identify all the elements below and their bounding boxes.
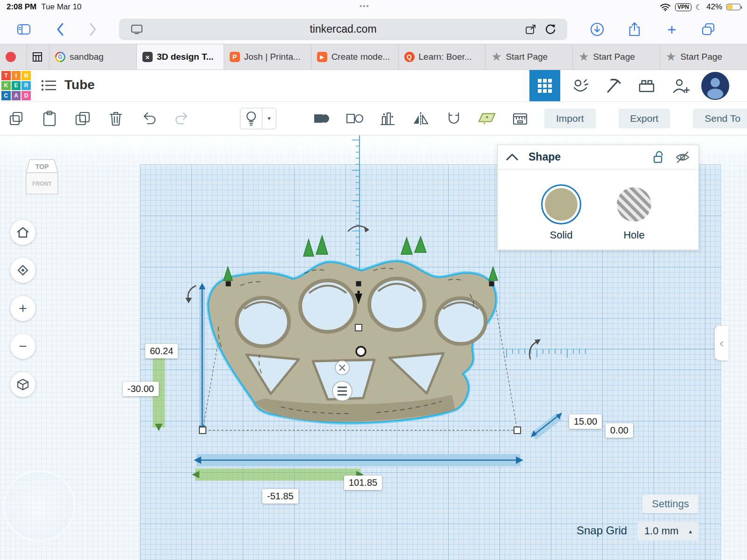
3d-viewport[interactable]: TOP FRONT + − Shape [0, 135, 747, 560]
duplicate-icon[interactable] [74, 110, 92, 127]
forward-button[interactable] [84, 21, 102, 38]
tab-stub-2[interactable] [27, 44, 49, 70]
shape-panel-header: Shape [498, 145, 698, 169]
scale-handle-bottom-right[interactable] [514, 427, 521, 434]
send-to-button[interactable]: Send To [693, 109, 747, 128]
view-cube[interactable]: TOP FRONT [21, 149, 63, 198]
new-tab-button[interactable]: + [663, 21, 681, 38]
dimension-width-band [194, 454, 523, 466]
viewcube-front-label[interactable]: FRONT [32, 181, 52, 187]
home-view-button[interactable] [10, 220, 35, 245]
back-button[interactable] [51, 21, 69, 38]
hole-option[interactable]: Hole [614, 184, 654, 241]
dim-width[interactable]: 101.85 [344, 476, 382, 490]
solid-label: Solid [550, 229, 573, 241]
downloads-icon[interactable] [588, 21, 606, 38]
scale-handle-top-mid[interactable] [356, 281, 361, 287]
dim-z-position[interactable]: 0.00 [606, 423, 633, 438]
zoom-in-button[interactable]: + [10, 296, 35, 321]
date: Tue Mar 10 [41, 2, 81, 12]
solid-swatch[interactable] [541, 184, 581, 224]
design-title[interactable]: Tube [64, 77, 95, 92]
scale-handle-top-left[interactable] [226, 281, 231, 287]
show-all-bulb-icon[interactable] [240, 110, 262, 127]
tinkercad-header: T I N K E R C A D Tube [0, 70, 747, 102]
dim-x-position[interactable]: -51.85 [262, 489, 298, 504]
grid-favicon [33, 52, 42, 62]
workplane-icon[interactable] [478, 110, 496, 127]
sim-lab-icon[interactable] [565, 70, 596, 101]
vpn-badge: VPN [675, 3, 691, 11]
mirror-icon[interactable] [412, 110, 430, 127]
front-handle-ring[interactable] [356, 347, 366, 356]
model-brass-knuckles[interactable] [208, 236, 498, 423]
tab-sandbag[interactable]: G sandbag [49, 44, 137, 70]
perspective-toggle-button[interactable] [10, 372, 35, 397]
scale-handle-center[interactable] [355, 324, 362, 331]
settings-button[interactable]: Settings [642, 495, 698, 513]
address-bar[interactable]: tinkercad.com [119, 19, 567, 40]
tabs-overview-icon[interactable] [699, 21, 717, 38]
lego-bricks-icon[interactable] [631, 70, 662, 101]
grid-view-icon[interactable] [529, 70, 560, 101]
tinkercad-logo[interactable]: T I N K E R C A D [1, 71, 31, 100]
hide-eye-icon[interactable] [675, 151, 690, 163]
ruler-icon[interactable] [511, 110, 529, 127]
paste-icon[interactable] [41, 110, 58, 127]
tab-start-page-2[interactable]: ★ Start Page [573, 44, 660, 70]
group-icon[interactable] [312, 110, 330, 127]
redo-icon[interactable] [173, 110, 191, 127]
collapse-chevron-icon[interactable] [506, 154, 518, 161]
show-all-dropdown-caret[interactable]: ▾ [262, 108, 276, 129]
close-tab-icon[interactable]: × [142, 52, 153, 62]
edit-toolbar: ▾ Import Export Send To [0, 102, 747, 135]
design-menu-icon[interactable] [40, 78, 57, 93]
learn-favicon: Q [404, 52, 415, 62]
scale-handle-bottom-left[interactable] [199, 427, 206, 434]
tab-learn[interactable]: Q Learn: Boer... [399, 44, 486, 70]
unlock-icon[interactable] [653, 151, 665, 164]
fit-view-button[interactable] [10, 258, 35, 283]
dim-y-position[interactable]: -30.00 [123, 382, 159, 396]
dimension-green-horizontal-band [192, 469, 364, 481]
zoom-out-button[interactable]: − [10, 334, 35, 359]
hole-swatch[interactable] [617, 187, 651, 222]
magnet-icon[interactable] [445, 110, 463, 127]
import-button[interactable]: Import [544, 109, 596, 128]
refresh-icon[interactable] [545, 24, 556, 37]
viewcube-top-label[interactable]: TOP [35, 163, 49, 170]
solid-option[interactable]: Solid [541, 184, 581, 241]
scale-handle-top-right[interactable] [489, 281, 494, 287]
vertical-ruler-ticks [352, 140, 359, 255]
copy-icon[interactable] [7, 110, 25, 127]
export-button[interactable]: Export [619, 109, 670, 128]
tab-create-mode[interactable]: ▶ Create mode... [311, 44, 399, 70]
ungroup-icon[interactable] [345, 110, 363, 127]
snap-grid-select[interactable]: 1.0 mm ▴ [638, 522, 698, 540]
status-right: VPN ☾ 42% [660, 2, 740, 12]
tab-josh-printables[interactable]: P Josh | Printa... [224, 44, 311, 70]
dim-depth[interactable]: 60.24 [145, 344, 178, 358]
sidebar-toggle-icon[interactable] [15, 21, 33, 38]
user-avatar[interactable] [701, 72, 729, 100]
minus-icon: − [19, 338, 27, 354]
shape-panel-title: Shape [529, 151, 561, 163]
right-panel-handle[interactable]: ‹ [715, 326, 728, 360]
share-icon[interactable] [626, 21, 643, 38]
tab-3d-design[interactable]: × 3D design T... [137, 44, 224, 70]
undo-icon[interactable] [140, 110, 158, 127]
multitasking-dots-icon[interactable]: ••• [359, 2, 370, 10]
ipad-screen: 2:08 PM Tue Mar 10 ••• VPN ☾ 42% [0, 0, 747, 560]
tab-stub-1[interactable] [0, 44, 27, 70]
add-collaborator-icon[interactable] [666, 70, 697, 101]
delete-icon[interactable] [107, 110, 125, 127]
tab-start-page-3[interactable]: ★ Start Page [660, 44, 747, 70]
navigation-joystick[interactable] [4, 470, 75, 541]
minecraft-blocks-icon[interactable] [598, 70, 628, 101]
hole-label: Hole [623, 229, 644, 241]
dim-height[interactable]: 15.00 [569, 414, 602, 429]
align-icon[interactable] [379, 110, 396, 127]
tab-start-page-1[interactable]: ★ Start Page [486, 44, 573, 70]
page-menu-icon[interactable] [525, 24, 536, 37]
dimension-height-band [530, 413, 562, 440]
